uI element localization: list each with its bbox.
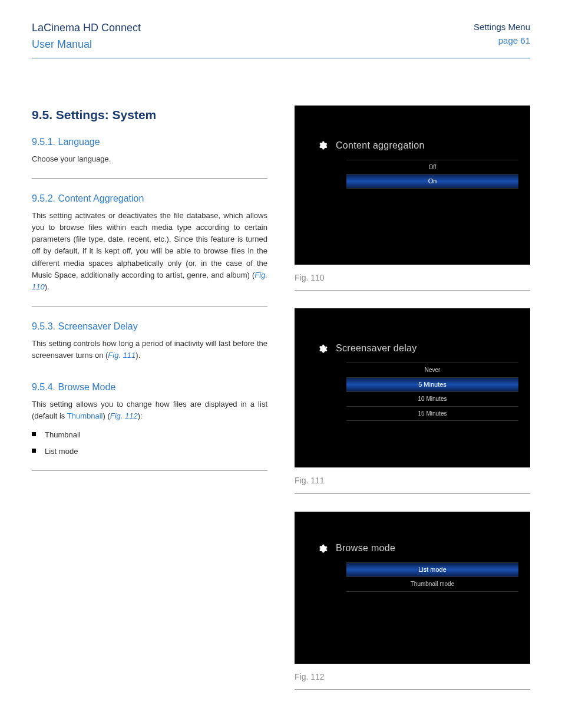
sec-952-body-b: ). [45,282,49,291]
option-off[interactable]: Off [346,160,518,174]
screen-title: Content aggregation [336,139,425,153]
figure-caption: Fig. 111 [295,475,530,494]
header-left: LaCinema HD Connect User Manual [32,20,141,53]
option-list: List mode Thumbnail mode [346,562,518,592]
product-name: LaCinema HD Connect [32,20,141,37]
figure-caption: Fig. 112 [295,671,530,690]
option-5-minutes[interactable]: 5 Minutes [346,377,518,391]
divider [32,470,267,471]
header-right: Settings Menu page 61 [474,20,530,53]
figures-column: Content aggregation Off On Fig. 110 Scre… [295,106,530,708]
screen-header: Screensaver delay [318,341,417,356]
screen-header: Content aggregation [318,139,425,153]
option-10-minutes[interactable]: 10 Minutes [346,391,518,406]
option-15-minutes[interactable]: 15 Minutes [346,406,518,421]
page-number: page 61 [474,34,530,47]
option-never[interactable]: Never [346,363,518,377]
option-thumbnail-mode[interactable]: Thumbnail mode [346,577,518,592]
sec-954-body-mid: ) ( [103,411,110,420]
screen-content-aggregation: Content aggregation Off On [295,106,530,265]
divider [32,306,267,307]
sec-953-body-b: ). [135,351,140,360]
section-name: Settings Menu [474,20,530,34]
screen-title: Browse mode [336,541,395,556]
sec-951-heading: 9.5.1. Language [32,135,267,150]
screen-title: Screensaver delay [336,341,417,356]
sec-952-heading: 9.5.2. Content Aggregation [32,192,267,206]
page-header: LaCinema HD Connect User Manual Settings… [32,20,530,58]
option-list: Never 5 Minutes 10 Minutes 15 Minutes [346,363,518,421]
screen-header: Browse mode [318,541,395,556]
gear-icon [318,344,328,354]
doc-type: User Manual [32,37,141,53]
sec-952-body: This setting activates or deactivates th… [32,210,267,293]
option-list-mode[interactable]: List mode [346,562,518,577]
screen-browse-mode: Browse mode List mode Thumbnail mode [295,512,530,664]
figure-caption: Fig. 110 [295,272,530,291]
sec-953-heading: 9.5.3. Screensaver Delay [32,319,267,334]
sec-954-heading: 9.5.4. Browse Mode [32,380,267,395]
sec-954-body-b: ): [138,411,143,420]
figure-112: Browse mode List mode Thumbnail mode Fig… [295,512,530,690]
browse-mode-list: Thumbnail List mode [32,429,267,457]
figure-111: Screensaver delay Never 5 Minutes 10 Min… [295,308,530,494]
sec-953-body-a: This setting controls how long a period … [32,339,267,360]
content-columns: 9.5. Settings: System 9.5.1. Language Ch… [32,106,530,708]
main-heading: 9.5. Settings: System [32,106,267,125]
option-list: Off On [346,160,518,189]
sec-953-body: This setting controls how long a period … [32,338,267,361]
option-on[interactable]: On [346,174,518,189]
gear-icon [318,141,328,150]
list-item: Thumbnail [32,429,267,441]
divider [32,178,267,179]
gear-icon [318,544,328,554]
figure-110: Content aggregation Off On Fig. 110 [295,106,530,291]
fig111-link[interactable]: Fig. 111 [108,351,135,360]
sec-954-body: This setting allows you to change how fi… [32,398,267,422]
sec-952-body-a: This setting activates or deactivates th… [32,211,267,279]
screen-screensaver-delay: Screensaver delay Never 5 Minutes 10 Min… [295,308,530,467]
thumbnail-ref: Thumbnail [67,411,103,420]
sec-951-body: Choose your language. [32,153,267,165]
text-column: 9.5. Settings: System 9.5.1. Language Ch… [32,106,267,708]
fig112-link[interactable]: Fig. 112 [110,411,138,420]
list-item: List mode [32,446,267,457]
